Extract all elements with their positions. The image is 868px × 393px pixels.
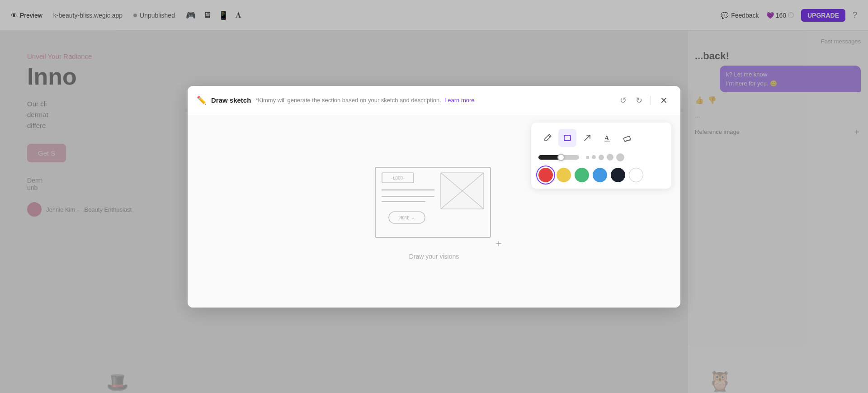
svg-text:MORE +: MORE + [400,216,415,220]
stroke-slider[interactable] [538,155,579,160]
rect-tool-button[interactable] [558,129,576,147]
sketch-drawing: -LOGO- MORE + [371,163,497,242]
color-black[interactable] [611,168,625,182]
canvas-placeholder: Draw your visions [409,253,459,260]
eraser-icon [623,133,632,142]
color-yellow[interactable] [557,168,571,182]
color-red[interactable] [538,168,553,182]
arrow-tool-button[interactable] [578,129,596,147]
svg-rect-15 [623,136,631,141]
stroke-xl[interactable] [616,153,624,161]
header-divider [651,96,651,105]
modal-title: Draw sketch [211,96,251,104]
text-tool-button[interactable]: A [598,129,616,147]
text-icon: A [603,133,612,142]
pencil-icon: ✏️ [197,95,207,105]
stroke-lg[interactable] [607,154,613,161]
modal-header-actions: ↺ ↻ ✕ [617,93,671,108]
modal-header: ✏️ Draw sketch *Kimmy will generate the … [188,86,680,115]
color-row [538,168,664,182]
svg-line-12 [585,135,590,141]
stroke-md[interactable] [599,155,604,160]
color-white[interactable] [629,168,643,182]
learn-more-link[interactable]: Learn more [444,97,474,104]
sketch-container: -LOGO- MORE + ＋ [371,163,497,244]
close-button[interactable]: ✕ [656,93,671,108]
add-element-icon[interactable]: ＋ [494,237,504,250]
arrow-icon [583,133,592,142]
rect-icon [563,133,572,142]
eraser-tool-button[interactable] [618,129,636,147]
stroke-width-row [538,153,664,161]
pen-tool-button[interactable] [538,129,557,147]
tool-buttons-row: A [538,129,664,147]
stroke-sm[interactable] [592,155,596,159]
svg-text:A: A [604,135,609,142]
tools-panel: A [531,123,671,189]
svg-rect-11 [564,135,571,141]
stroke-size-options [586,153,624,161]
stroke-xs[interactable] [586,156,589,159]
modal-subtitle: *Kimmy will generate the section based o… [255,97,613,104]
color-blue[interactable] [593,168,607,182]
draw-sketch-modal: ✏️ Draw sketch *Kimmy will generate the … [188,86,680,308]
color-green[interactable] [575,168,589,182]
redo-button[interactable]: ↻ [633,94,645,107]
pen-icon [543,133,552,142]
svg-text:-LOGO-: -LOGO- [391,176,406,180]
modal-body: -LOGO- MORE + ＋ Draw your visions [188,115,680,308]
undo-button[interactable]: ↺ [617,94,629,107]
